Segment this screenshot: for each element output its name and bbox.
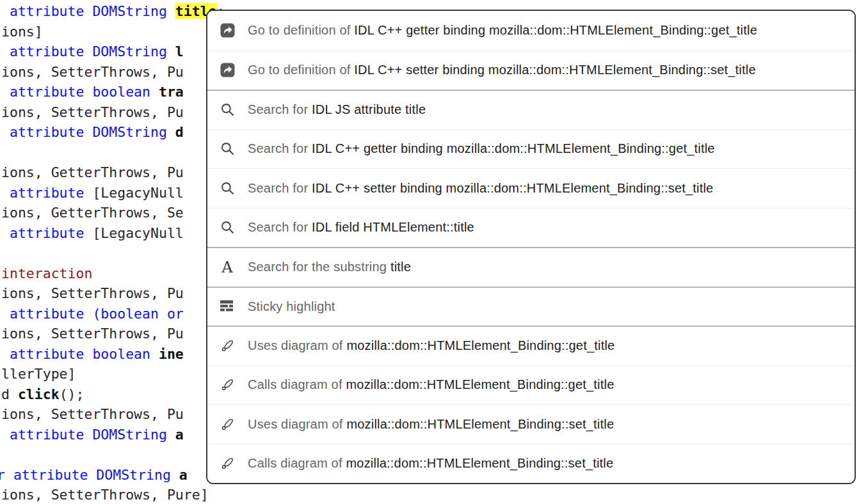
substring-icon: A <box>219 260 236 275</box>
code-token: ions, SetterThrows, Pu <box>1 64 184 80</box>
diagram-icon <box>219 457 236 470</box>
code-token: interaction <box>1 265 92 281</box>
code-token: d <box>1 386 18 402</box>
code-token: attribute DOMString <box>1 124 175 140</box>
code-token: attribute boolean <box>1 346 159 362</box>
code-token: tra <box>159 84 184 100</box>
page: { "colors": { "keyword": "#1013e6", "com… <box>0 0 868 504</box>
sticky-highlight-icon <box>219 300 236 313</box>
context-menu-item[interactable]: Uses diagram of mozilla::dom::HTMLElemen… <box>207 326 855 365</box>
context-menu-item[interactable]: Go to definition of IDL C++ getter bindi… <box>207 11 855 51</box>
code-token: ions, SetterThrows, Pure] <box>1 487 209 503</box>
code-token: attribute (boolean or <box>1 306 184 322</box>
context-menu-item[interactable]: Calls diagram of mozilla::dom::HTMLEleme… <box>207 365 855 405</box>
diagram-icon <box>219 339 236 352</box>
context-menu-item-label: Uses diagram of mozilla::dom::HTMLElemen… <box>248 417 614 432</box>
code-token: ions, SetterThrows, Pu <box>1 326 184 342</box>
context-menu: Go to definition of IDL C++ getter bindi… <box>206 10 856 484</box>
search-icon <box>219 102 236 117</box>
context-menu-item-label: Calls diagram of mozilla::dom::HTMLEleme… <box>248 456 613 471</box>
code-token: a <box>179 467 188 483</box>
context-menu-item-label: Search for the substring title <box>248 260 411 274</box>
code-token: [LegacyNull <box>92 225 183 241</box>
code-token: ions, GetterThrows, Pu <box>1 164 184 180</box>
code-line: ions, SetterThrows, Pure] <box>1 485 868 504</box>
context-menu-item[interactable]: Go to definition of IDL C++ setter bindi… <box>207 51 855 90</box>
context-menu-item-label: Search for IDL JS attribute title <box>248 102 426 117</box>
go-to-definition-icon <box>219 23 236 38</box>
context-menu-item-label: Calls diagram of mozilla::dom::HTMLEleme… <box>248 377 614 392</box>
code-token: attribute DOMString <box>1 427 175 443</box>
search-icon <box>219 141 236 156</box>
code-token: ions, SetterThrows, Pu <box>1 285 184 301</box>
code-token: ine <box>159 346 184 362</box>
code-token: a <box>175 427 184 443</box>
context-menu-item-label: Go to definition of IDL C++ setter bindi… <box>248 63 756 77</box>
context-menu-item-label: Search for IDL field HTMLElement::title <box>248 220 474 235</box>
context-menu-item-label: Sticky highlight <box>248 299 335 314</box>
code-token: d <box>175 124 184 140</box>
context-menu-item-label: Go to definition of IDL C++ getter bindi… <box>248 23 757 38</box>
code-token: l <box>175 43 184 59</box>
context-menu-item-label: Search for IDL C++ setter binding mozill… <box>248 181 713 196</box>
context-menu-item-label: Search for IDL C++ getter binding mozill… <box>248 141 715 156</box>
code-token: [LegacyNull <box>92 185 183 201</box>
code-token: ions, GetterThrows, Se <box>1 205 184 221</box>
code-token: ions, SetterThrows, Pu <box>1 406 184 422</box>
code-token: llerType] <box>1 366 76 382</box>
context-menu-item-label: Uses diagram of mozilla::dom::HTMLElemen… <box>248 338 615 353</box>
search-icon <box>219 220 236 235</box>
diagram-icon <box>219 418 236 431</box>
diagram-icon <box>219 378 236 391</box>
code-token: attribute boolean <box>1 84 159 100</box>
context-menu-item[interactable]: Search for IDL C++ getter binding mozill… <box>207 129 855 169</box>
context-menu-item[interactable]: A Search for the substring title <box>207 247 855 287</box>
code-token: click <box>18 386 60 402</box>
context-menu-item[interactable]: Uses diagram of mozilla::dom::HTMLElemen… <box>207 404 855 444</box>
context-menu-item[interactable]: Search for IDL JS attribute title <box>207 90 855 129</box>
code-token: attribute <box>1 225 92 241</box>
search-icon <box>219 181 236 196</box>
context-menu-item[interactable]: Search for IDL field HTMLElement::title <box>207 208 855 248</box>
code-token: attribute <box>1 185 92 201</box>
code-token: ions] <box>1 24 43 40</box>
code-token: r attribute DOMString <box>0 467 179 483</box>
code-token: attribute DOMString <box>1 43 175 59</box>
go-to-definition-icon <box>219 63 236 77</box>
context-menu-item[interactable]: Calls diagram of mozilla::dom::HTMLEleme… <box>207 444 855 484</box>
code-token: (); <box>60 386 84 402</box>
code-token: ions, SetterThrows, Pu <box>1 104 184 120</box>
context-menu-item[interactable]: Sticky highlight <box>207 287 855 326</box>
code-token: attribute DOMString <box>1 3 175 19</box>
context-menu-item[interactable]: Search for IDL C++ setter binding mozill… <box>207 168 855 208</box>
